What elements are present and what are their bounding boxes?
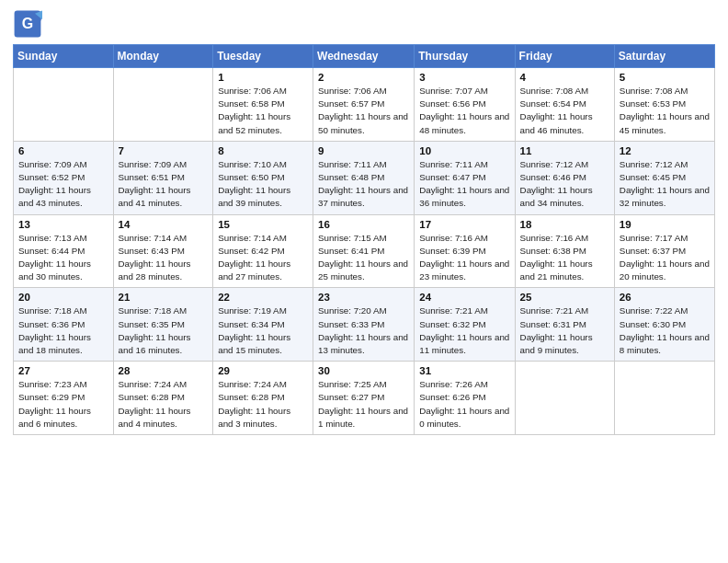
- day-number: 23: [318, 292, 409, 303]
- day-detail: Sunrise: 7:10 AMSunset: 6:50 PMDaylight:…: [218, 158, 308, 211]
- calendar-week-3: 13Sunrise: 7:13 AMSunset: 6:44 PMDayligh…: [14, 214, 715, 288]
- day-detail: Sunrise: 7:24 AMSunset: 6:28 PMDaylight:…: [119, 378, 209, 431]
- calendar-cell: 24Sunrise: 7:21 AMSunset: 6:32 PMDayligh…: [415, 288, 515, 362]
- day-detail: Sunrise: 7:21 AMSunset: 6:31 PMDaylight:…: [520, 304, 609, 357]
- day-detail: Sunrise: 7:21 AMSunset: 6:32 PMDaylight:…: [419, 304, 509, 357]
- day-detail: Sunrise: 7:06 AMSunset: 6:58 PMDaylight:…: [218, 85, 308, 137]
- calendar-cell: 9Sunrise: 7:11 AMSunset: 6:48 PMDaylight…: [313, 141, 415, 214]
- day-number: 31: [419, 365, 509, 376]
- day-detail: Sunrise: 7:19 AMSunset: 6:34 PMDaylight:…: [218, 304, 308, 357]
- logo: G: [13, 9, 44, 39]
- calendar-cell: 11Sunrise: 7:12 AMSunset: 6:46 PMDayligh…: [515, 141, 614, 214]
- calendar-cell: 4Sunrise: 7:08 AMSunset: 6:54 PMDaylight…: [515, 68, 614, 142]
- calendar-cell: 30Sunrise: 7:25 AMSunset: 6:27 PMDayligh…: [313, 362, 415, 435]
- day-detail: Sunrise: 7:22 AMSunset: 6:30 PMDaylight:…: [620, 304, 710, 357]
- calendar-cell: 5Sunrise: 7:08 AMSunset: 6:53 PMDaylight…: [614, 68, 714, 142]
- day-detail: Sunrise: 7:15 AMSunset: 6:41 PMDaylight:…: [318, 232, 409, 284]
- day-detail: Sunrise: 7:24 AMSunset: 6:28 PMDaylight:…: [218, 378, 308, 431]
- calendar-cell: 16Sunrise: 7:15 AMSunset: 6:41 PMDayligh…: [313, 214, 415, 288]
- day-detail: Sunrise: 7:07 AMSunset: 6:56 PMDaylight:…: [419, 85, 509, 137]
- day-detail: Sunrise: 7:08 AMSunset: 6:53 PMDaylight:…: [620, 85, 710, 137]
- calendar-cell: 8Sunrise: 7:10 AMSunset: 6:50 PMDaylight…: [213, 141, 313, 214]
- day-number: 12: [620, 145, 710, 156]
- calendar-body: 1Sunrise: 7:06 AMSunset: 6:58 PMDaylight…: [14, 68, 715, 435]
- day-number: 24: [419, 292, 509, 303]
- calendar-week-1: 1Sunrise: 7:06 AMSunset: 6:58 PMDaylight…: [14, 68, 715, 142]
- calendar-week-4: 20Sunrise: 7:18 AMSunset: 6:36 PMDayligh…: [14, 288, 715, 362]
- day-number: 16: [318, 219, 409, 230]
- day-number: 28: [119, 365, 209, 376]
- calendar-header-saturday: Saturday: [614, 45, 714, 68]
- calendar-header-wednesday: Wednesday: [313, 45, 415, 68]
- calendar-cell: 14Sunrise: 7:14 AMSunset: 6:43 PMDayligh…: [113, 214, 213, 288]
- day-number: 18: [520, 219, 609, 230]
- calendar-cell: 17Sunrise: 7:16 AMSunset: 6:39 PMDayligh…: [415, 214, 515, 288]
- day-detail: Sunrise: 7:25 AMSunset: 6:27 PMDaylight:…: [318, 378, 409, 431]
- day-detail: Sunrise: 7:16 AMSunset: 6:39 PMDaylight:…: [419, 232, 509, 284]
- day-detail: Sunrise: 7:06 AMSunset: 6:57 PMDaylight:…: [318, 85, 409, 137]
- calendar-cell: 13Sunrise: 7:13 AMSunset: 6:44 PMDayligh…: [14, 214, 114, 288]
- day-detail: Sunrise: 7:23 AMSunset: 6:29 PMDaylight:…: [18, 378, 108, 431]
- calendar-cell: [515, 362, 614, 435]
- calendar-cell: 3Sunrise: 7:07 AMSunset: 6:56 PMDaylight…: [415, 68, 515, 142]
- day-number: 20: [18, 292, 108, 303]
- calendar-header-row: SundayMondayTuesdayWednesdayThursdayFrid…: [14, 45, 715, 68]
- header: G: [13, 9, 715, 39]
- day-number: 2: [318, 72, 409, 83]
- day-number: 19: [620, 219, 710, 230]
- calendar-cell: 22Sunrise: 7:19 AMSunset: 6:34 PMDayligh…: [213, 288, 313, 362]
- day-detail: Sunrise: 7:17 AMSunset: 6:37 PMDaylight:…: [620, 232, 710, 284]
- day-detail: Sunrise: 7:11 AMSunset: 6:48 PMDaylight:…: [318, 158, 409, 211]
- calendar-cell: 26Sunrise: 7:22 AMSunset: 6:30 PMDayligh…: [614, 288, 714, 362]
- calendar-cell: 18Sunrise: 7:16 AMSunset: 6:38 PMDayligh…: [515, 214, 614, 288]
- calendar-cell: 31Sunrise: 7:26 AMSunset: 6:26 PMDayligh…: [415, 362, 515, 435]
- calendar-cell: 15Sunrise: 7:14 AMSunset: 6:42 PMDayligh…: [213, 214, 313, 288]
- calendar-cell: 23Sunrise: 7:20 AMSunset: 6:33 PMDayligh…: [313, 288, 415, 362]
- calendar-cell: 12Sunrise: 7:12 AMSunset: 6:45 PMDayligh…: [614, 141, 714, 214]
- day-detail: Sunrise: 7:16 AMSunset: 6:38 PMDaylight:…: [520, 232, 609, 284]
- logo-icon: G: [13, 9, 42, 39]
- calendar-cell: 2Sunrise: 7:06 AMSunset: 6:57 PMDaylight…: [313, 68, 415, 142]
- day-number: 15: [218, 219, 308, 230]
- day-number: 4: [520, 72, 609, 83]
- day-number: 7: [119, 145, 209, 156]
- day-detail: Sunrise: 7:18 AMSunset: 6:36 PMDaylight:…: [18, 304, 108, 357]
- day-number: 29: [218, 365, 308, 376]
- calendar-cell: 21Sunrise: 7:18 AMSunset: 6:35 PMDayligh…: [113, 288, 213, 362]
- day-number: 22: [218, 292, 308, 303]
- day-detail: Sunrise: 7:14 AMSunset: 6:43 PMDaylight:…: [119, 232, 209, 284]
- day-detail: Sunrise: 7:09 AMSunset: 6:52 PMDaylight:…: [18, 158, 108, 211]
- day-number: 8: [218, 145, 308, 156]
- day-detail: Sunrise: 7:13 AMSunset: 6:44 PMDaylight:…: [18, 232, 108, 284]
- calendar-cell: 20Sunrise: 7:18 AMSunset: 6:36 PMDayligh…: [14, 288, 114, 362]
- day-detail: Sunrise: 7:18 AMSunset: 6:35 PMDaylight:…: [119, 304, 209, 357]
- day-number: 27: [18, 365, 108, 376]
- calendar-cell: [14, 68, 114, 142]
- day-number: 30: [318, 365, 409, 376]
- day-number: 10: [419, 145, 509, 156]
- calendar-cell: 10Sunrise: 7:11 AMSunset: 6:47 PMDayligh…: [415, 141, 515, 214]
- day-number: 21: [119, 292, 209, 303]
- calendar-header-thursday: Thursday: [415, 45, 515, 68]
- calendar-week-5: 27Sunrise: 7:23 AMSunset: 6:29 PMDayligh…: [14, 362, 715, 435]
- day-number: 6: [18, 145, 108, 156]
- day-detail: Sunrise: 7:20 AMSunset: 6:33 PMDaylight:…: [318, 304, 409, 357]
- calendar-header-friday: Friday: [515, 45, 614, 68]
- day-detail: Sunrise: 7:12 AMSunset: 6:46 PMDaylight:…: [520, 158, 609, 211]
- day-number: 11: [520, 145, 609, 156]
- day-number: 1: [218, 72, 308, 83]
- day-detail: Sunrise: 7:26 AMSunset: 6:26 PMDaylight:…: [419, 378, 509, 431]
- day-number: 25: [520, 292, 609, 303]
- day-detail: Sunrise: 7:08 AMSunset: 6:54 PMDaylight:…: [520, 85, 609, 137]
- day-number: 9: [318, 145, 409, 156]
- calendar-cell: 25Sunrise: 7:21 AMSunset: 6:31 PMDayligh…: [515, 288, 614, 362]
- calendar-cell: 7Sunrise: 7:09 AMSunset: 6:51 PMDaylight…: [113, 141, 213, 214]
- calendar-header-tuesday: Tuesday: [213, 45, 313, 68]
- calendar-cell: 1Sunrise: 7:06 AMSunset: 6:58 PMDaylight…: [213, 68, 313, 142]
- day-detail: Sunrise: 7:12 AMSunset: 6:45 PMDaylight:…: [620, 158, 710, 211]
- day-number: 26: [620, 292, 710, 303]
- page: G SundayMondayTuesdayWednesdayThursdayFr…: [0, 0, 728, 563]
- day-detail: Sunrise: 7:09 AMSunset: 6:51 PMDaylight:…: [119, 158, 209, 211]
- day-number: 14: [119, 219, 209, 230]
- calendar-cell: 27Sunrise: 7:23 AMSunset: 6:29 PMDayligh…: [14, 362, 114, 435]
